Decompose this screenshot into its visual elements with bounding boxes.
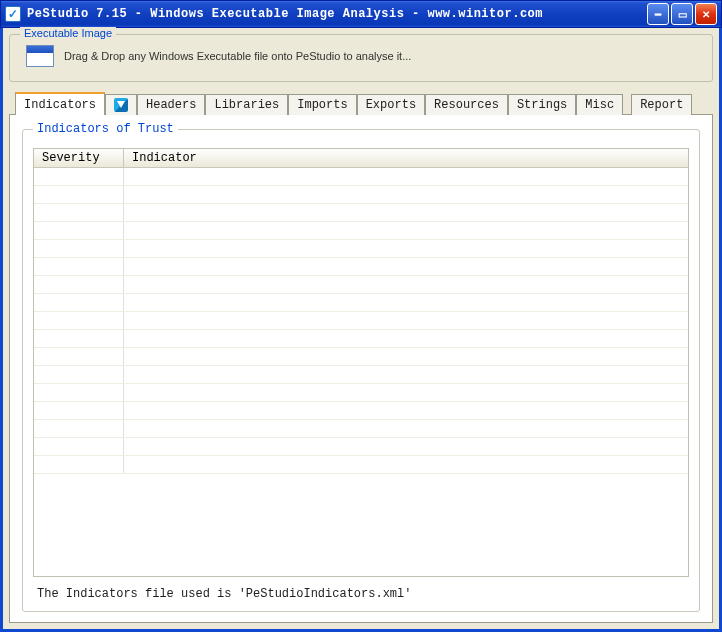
cell-indicator <box>124 204 688 221</box>
table-header: Severity Indicator <box>34 149 688 168</box>
table-row[interactable] <box>34 330 688 348</box>
tab-libraries[interactable]: Libraries <box>205 94 288 115</box>
tab-label: Exports <box>366 98 416 112</box>
table-row[interactable] <box>34 348 688 366</box>
executable-image-group: Executable Image Drag & Drop any Windows… <box>9 34 713 82</box>
cell-severity <box>34 294 124 311</box>
tab-label: Headers <box>146 98 196 112</box>
window-icon <box>26 45 54 67</box>
tab-label: Indicators <box>24 98 96 112</box>
table-row[interactable] <box>34 402 688 420</box>
tab-label: Misc <box>585 98 614 112</box>
cell-severity <box>34 330 124 347</box>
tab-imports[interactable]: Imports <box>288 94 356 115</box>
cell-indicator <box>124 294 688 311</box>
cell-indicator <box>124 384 688 401</box>
cell-severity <box>34 438 124 455</box>
table-row[interactable] <box>34 438 688 456</box>
indicators-legend: Indicators of Trust <box>33 122 178 136</box>
table-row[interactable] <box>34 456 688 474</box>
tab-resources[interactable]: Resources <box>425 94 508 115</box>
drop-area[interactable]: Drag & Drop any Windows Executable file … <box>20 45 702 67</box>
close-button[interactable]: ✕ <box>695 3 717 25</box>
cell-indicator <box>124 240 688 257</box>
tab-exports[interactable]: Exports <box>357 94 425 115</box>
cell-indicator <box>124 186 688 203</box>
table-row[interactable] <box>34 258 688 276</box>
app-icon: ✓ <box>5 6 21 22</box>
table-row[interactable] <box>34 222 688 240</box>
table-row[interactable] <box>34 420 688 438</box>
indicators-panel: Indicators of Trust Severity Indicator T… <box>9 114 713 623</box>
table-row[interactable] <box>34 384 688 402</box>
table-row[interactable] <box>34 276 688 294</box>
tab-strings[interactable]: Strings <box>508 94 576 115</box>
tab-indicators[interactable]: Indicators <box>15 92 105 115</box>
maximize-button[interactable]: ▭ <box>671 3 693 25</box>
window-title: PeStudio 7.15 - Windows Executable Image… <box>27 7 647 21</box>
cell-severity <box>34 348 124 365</box>
tab-headers[interactable]: Headers <box>137 94 205 115</box>
cell-severity <box>34 420 124 437</box>
cell-severity <box>34 240 124 257</box>
cell-indicator <box>124 348 688 365</box>
window-controls: ━ ▭ ✕ <box>647 3 717 25</box>
cell-indicator <box>124 168 688 185</box>
cell-severity <box>34 222 124 239</box>
cell-indicator <box>124 330 688 347</box>
table-row[interactable] <box>34 240 688 258</box>
table-row[interactable] <box>34 168 688 186</box>
cell-severity <box>34 312 124 329</box>
cell-severity <box>34 384 124 401</box>
tab-label: Imports <box>297 98 347 112</box>
minimize-icon: ━ <box>655 9 661 20</box>
client-area: Executable Image Drag & Drop any Windows… <box>0 28 722 632</box>
column-indicator[interactable]: Indicator <box>124 149 688 167</box>
cell-indicator <box>124 222 688 239</box>
titlebar[interactable]: ✓ PeStudio 7.15 - Windows Executable Ima… <box>0 0 722 28</box>
minimize-button[interactable]: ━ <box>647 3 669 25</box>
tab-label: Libraries <box>214 98 279 112</box>
cell-severity <box>34 366 124 383</box>
cell-indicator <box>124 456 688 473</box>
tab-label: Report <box>640 98 683 112</box>
drop-hint-text: Drag & Drop any Windows Executable file … <box>64 50 411 62</box>
indicators-table[interactable]: Severity Indicator <box>33 148 689 577</box>
cell-indicator <box>124 438 688 455</box>
virustotal-icon <box>114 98 128 112</box>
cell-indicator <box>124 276 688 293</box>
tab-virustotal[interactable] <box>105 94 137 115</box>
table-row[interactable] <box>34 186 688 204</box>
cell-severity <box>34 258 124 275</box>
cell-severity <box>34 186 124 203</box>
tab-label: Strings <box>517 98 567 112</box>
cell-indicator <box>124 402 688 419</box>
table-body <box>34 168 688 576</box>
column-severity[interactable]: Severity <box>34 149 124 167</box>
tab-label: Resources <box>434 98 499 112</box>
indicators-group: Indicators of Trust Severity Indicator T… <box>22 129 700 612</box>
cell-indicator <box>124 366 688 383</box>
cell-indicator <box>124 420 688 437</box>
tab-misc[interactable]: Misc <box>576 94 623 115</box>
maximize-icon: ▭ <box>678 9 687 20</box>
cell-severity <box>34 168 124 185</box>
cell-severity <box>34 276 124 293</box>
cell-severity <box>34 402 124 419</box>
close-icon: ✕ <box>702 9 710 20</box>
indicators-footnote: The Indicators file used is 'PeStudioInd… <box>33 587 689 601</box>
table-row[interactable] <box>34 204 688 222</box>
cell-indicator <box>124 312 688 329</box>
executable-image-legend: Executable Image <box>20 27 116 39</box>
cell-severity <box>34 456 124 473</box>
table-row[interactable] <box>34 294 688 312</box>
tabstrip: Indicators Headers Libraries Imports Exp… <box>9 92 713 115</box>
table-row[interactable] <box>34 312 688 330</box>
cell-indicator <box>124 258 688 275</box>
table-row[interactable] <box>34 366 688 384</box>
tab-report[interactable]: Report <box>631 94 692 115</box>
cell-severity <box>34 204 124 221</box>
